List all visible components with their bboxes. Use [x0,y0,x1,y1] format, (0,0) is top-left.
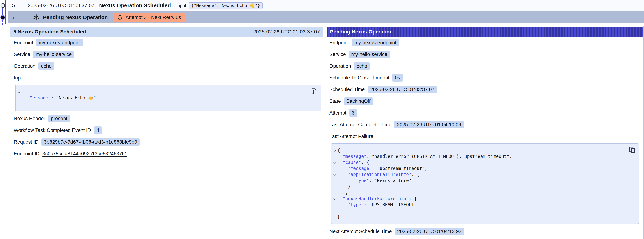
field-label: Operation [14,63,36,69]
pending-operation-panel: Pending Nexus Operation Endpointmy-nexus… [327,27,642,239]
value-badge: echo [354,62,370,70]
field-last-attempt-failure: Last Attempt Failure [329,132,640,140]
value-badge: my-hello-service [33,50,74,58]
gutter-spacer [332,202,338,208]
pending-panel-header: Pending Nexus Operation [327,27,642,36]
copy-icon[interactable] [311,88,318,95]
field-last-attempt-complete-time: Last Attempt Complete Time2025-02-26 UTC… [329,121,640,128]
value-badge: echo [38,62,54,70]
code-line: "type": "UPSTREAM_TIMEOUT" [332,202,636,208]
code-line: "cause": { [332,160,636,166]
field-input: Input [14,74,322,82]
pending-operation-fields: Endpointmy-nexus-endpointServicemy-hello… [327,39,642,235]
code-line: } [332,184,636,190]
field-label: Nexus Header [14,116,46,122]
pending-operation-row[interactable]: 5 Pending Nexus Operation Attempt 3 · Ne… [8,11,644,24]
field-next-attempt-schedule-time: Next Attempt Schedule Time2025-02-26 UTC… [329,228,640,235]
chevron-down-icon[interactable] [332,196,338,202]
field-label: Workflow Task Completed Event ID [14,128,91,133]
chevron-down-icon[interactable] [332,172,338,178]
code-line: "type": "NexusFailure" [332,178,636,184]
timeline-filled-circle-icon[interactable] [1,16,4,19]
value-badge: my-hello-service [349,50,390,58]
detail-panels: 5 Nexus Operation Scheduled 2025-02-26 U… [0,27,644,239]
timeline-active-bar [4,0,6,24]
field-label: Service [329,52,346,57]
gutter-spacer [332,166,338,172]
json-viewer: { "Message": "Nexus Echo 👋"} [15,85,321,111]
gutter-spacer [16,95,22,101]
chevron-down-icon[interactable] [332,160,338,166]
chevron-down-icon[interactable] [332,148,338,154]
panel-title: Pending Nexus Operation [330,29,393,35]
gutter-spacer [332,214,338,220]
code-line: "message": "handler error (UPSTREAM_TIME… [332,154,636,160]
field-scheduled-time: Scheduled Time2025-02-26 UTC 01:03:37.07 [329,86,640,93]
field-attempt: Attempt3 [329,109,640,117]
field-label: Attempt [329,110,346,116]
input-chip[interactable]: {"Message":"Nexus Echo 👋"} [189,2,262,9]
value-badge: 0s [392,74,403,82]
event-detail-fields: Endpointmy-nexus-endpointServicemy-hello… [10,39,323,158]
event-id-link[interactable]: 5 [12,2,15,8]
code-line: { [332,148,636,154]
field-endpoint: Endpointmy-nexus-endpoint [329,39,640,46]
code-line: { [16,89,318,95]
panel-title: 5 Nexus Operation Scheduled [13,29,86,35]
code-line: } [16,101,318,107]
field-label: Endpoint [329,40,349,46]
retry-badge-label: Attempt 3 · Next Retry 0s [126,15,181,20]
field-label: Service [14,52,30,57]
field-label: Request ID [14,139,38,145]
value-link[interactable]: 3c0c75ccfa8144b092c13ce632463761 [42,151,128,157]
value-badge: my-nexus-endpoint [352,39,399,46]
field-operation: Operationecho [329,62,640,70]
field-workflow-task-completed-event-id: Workflow Task Completed Event ID4 [14,126,322,134]
event-detail-panel: 5 Nexus Operation Scheduled 2025-02-26 U… [10,27,323,239]
copy-icon[interactable] [628,146,636,154]
gutter-spacer [332,154,338,160]
value-badge: 2025-02-26 UTC 01:04:13.93 [395,228,464,235]
code-line: } [332,214,636,220]
input-label: Input [176,3,186,8]
asterisk-icon [32,14,40,21]
field-label: Endpoint [14,40,33,46]
event-row-nexus-operation-scheduled[interactable]: 5 2025-02-26 UTC 01:03:37.07 Nexus Opera… [8,0,644,11]
value-badge: my-nexus-endpoint [36,39,84,46]
gutter-spacer [332,178,338,184]
field-service: Servicemy-hello-service [329,50,640,58]
pending-id-link[interactable]: 5 [11,14,14,20]
field-service: Servicemy-hello-service [14,50,322,58]
value-badge: BackingOff [344,97,373,105]
gutter-spacer [332,190,338,196]
value-badge: 3 [349,109,357,117]
value-badge: present [48,115,70,122]
field-operation: Operationecho [14,62,322,70]
code-line: "nexusHandlerFailureInfo": { [332,196,636,202]
field-state: StateBackingOff [329,97,640,105]
event-title: Nexus Operation Scheduled [99,2,171,8]
retry-icon [117,15,123,20]
retry-badge: Attempt 3 · Next Retry 0s [113,13,185,22]
code-line: }, [332,190,636,196]
field-label: Input [14,75,25,81]
value-badge: 3e829b7e-7d67-4b08-aad3-b1e868bfe9e0 [41,138,140,146]
chevron-down-icon[interactable] [16,89,22,95]
field-label: Operation [329,63,351,69]
field-schedule-to-close-timeout: Schedule To Close Timeout0s [329,74,640,82]
field-label: Last Attempt Failure [329,134,373,139]
value-badge: 2025-02-26 UTC 01:03:37.07 [368,86,437,93]
gutter-spacer [16,101,22,107]
pending-title: Pending Nexus Operation [43,14,108,20]
code-line: "applicationFailureInfo": { [332,172,636,178]
gutter-spacer [332,208,338,214]
field-endpoint: Endpointmy-nexus-endpoint [14,39,322,46]
field-label: State [329,98,341,104]
gutter-spacer [332,184,338,190]
json-viewer: { "message": "handler error (UPSTREAM_TI… [331,144,639,224]
timeline-open-circle-icon[interactable] [0,3,5,8]
value-badge: 4 [94,126,102,134]
value-badge: 2025-02-26 UTC 01:04:10.09 [394,121,464,128]
code-line: } [332,208,636,214]
event-panel-header: 5 Nexus Operation Scheduled 2025-02-26 U… [10,27,323,36]
